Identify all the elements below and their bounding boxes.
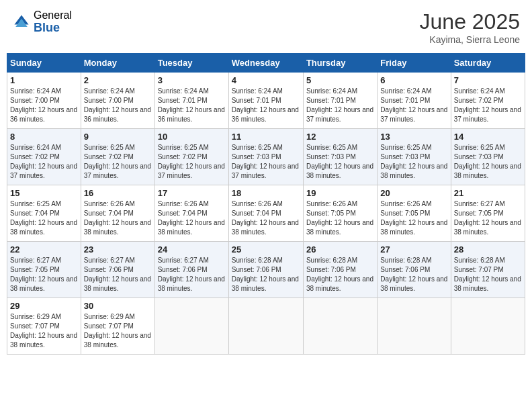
day-number: 27 [380, 244, 447, 255]
day-number: 21 [454, 188, 522, 198]
header-thursday: Thursday [303, 54, 377, 73]
day-number: 11 [232, 132, 300, 142]
header-wednesday: Wednesday [228, 54, 303, 73]
day-number: 3 [158, 75, 226, 85]
day-number: 22 [10, 244, 78, 255]
day-number: 15 [10, 188, 78, 198]
day-info: Sunrise: 6:24 AM Sunset: 7:00 PM Dayligh… [10, 87, 78, 124]
header-monday: Monday [81, 54, 154, 73]
page-header: General Blue June 2025 Kayima, Sierra Le… [7, 7, 525, 48]
calendar-cell [378, 298, 451, 355]
day-info: Sunrise: 6:24 AM Sunset: 7:02 PM Dayligh… [454, 87, 522, 124]
day-info: Sunrise: 6:29 AM Sunset: 7:07 PM Dayligh… [10, 312, 78, 350]
calendar-week-4: 22 Sunrise: 6:27 AM Sunset: 7:05 PM Dayl… [7, 242, 525, 298]
calendar-cell: 10 Sunrise: 6:25 AM Sunset: 7:02 PM Dayl… [154, 129, 228, 185]
day-number: 1 [10, 75, 78, 85]
calendar-cell [303, 298, 377, 355]
day-number: 12 [306, 132, 374, 142]
calendar-cell: 3 Sunrise: 6:24 AM Sunset: 7:01 PM Dayli… [154, 73, 228, 129]
month-title: June 2025 [420, 9, 520, 34]
day-info: Sunrise: 6:25 AM Sunset: 7:02 PM Dayligh… [158, 143, 226, 181]
day-number: 25 [232, 244, 300, 255]
calendar-cell: 21 Sunrise: 6:27 AM Sunset: 7:05 PM Dayl… [451, 185, 525, 242]
day-info: Sunrise: 6:28 AM Sunset: 7:06 PM Dayligh… [380, 256, 447, 293]
calendar-cell: 25 Sunrise: 6:28 AM Sunset: 7:06 PM Dayl… [228, 242, 303, 298]
day-number: 29 [10, 301, 78, 311]
calendar-cell [154, 298, 228, 355]
calendar-cell: 16 Sunrise: 6:26 AM Sunset: 7:04 PM Dayl… [81, 185, 154, 242]
day-info: Sunrise: 6:25 AM Sunset: 7:04 PM Dayligh… [10, 199, 78, 237]
day-info: Sunrise: 6:25 AM Sunset: 7:03 PM Dayligh… [380, 143, 447, 181]
day-info: Sunrise: 6:27 AM Sunset: 7:06 PM Dayligh… [84, 256, 152, 293]
day-number: 6 [380, 75, 447, 85]
calendar-cell: 13 Sunrise: 6:25 AM Sunset: 7:03 PM Dayl… [378, 129, 451, 185]
day-info: Sunrise: 6:24 AM Sunset: 7:01 PM Dayligh… [158, 87, 226, 124]
day-info: Sunrise: 6:27 AM Sunset: 7:05 PM Dayligh… [10, 256, 78, 293]
day-info: Sunrise: 6:24 AM Sunset: 7:02 PM Dayligh… [10, 143, 78, 181]
day-info: Sunrise: 6:27 AM Sunset: 7:05 PM Dayligh… [454, 199, 522, 237]
day-number: 4 [232, 75, 300, 85]
calendar-cell: 20 Sunrise: 6:26 AM Sunset: 7:05 PM Dayl… [378, 185, 451, 242]
calendar-cell: 7 Sunrise: 6:24 AM Sunset: 7:02 PM Dayli… [451, 73, 525, 129]
day-info: Sunrise: 6:25 AM Sunset: 7:03 PM Dayligh… [454, 143, 522, 181]
day-info: Sunrise: 6:24 AM Sunset: 7:01 PM Dayligh… [232, 87, 300, 124]
day-info: Sunrise: 6:25 AM Sunset: 7:02 PM Dayligh… [84, 143, 152, 181]
calendar-cell: 8 Sunrise: 6:24 AM Sunset: 7:02 PM Dayli… [7, 129, 81, 185]
day-info: Sunrise: 6:26 AM Sunset: 7:04 PM Dayligh… [84, 199, 152, 237]
day-info: Sunrise: 6:25 AM Sunset: 7:03 PM Dayligh… [306, 143, 374, 181]
day-info: Sunrise: 6:28 AM Sunset: 7:06 PM Dayligh… [306, 256, 374, 293]
calendar-cell: 22 Sunrise: 6:27 AM Sunset: 7:05 PM Dayl… [7, 242, 81, 298]
calendar-cell: 19 Sunrise: 6:26 AM Sunset: 7:05 PM Dayl… [303, 185, 377, 242]
day-info: Sunrise: 6:26 AM Sunset: 7:05 PM Dayligh… [380, 199, 447, 237]
day-number: 19 [306, 188, 374, 198]
day-number: 30 [84, 301, 152, 311]
day-info: Sunrise: 6:28 AM Sunset: 7:07 PM Dayligh… [454, 256, 522, 293]
calendar-cell: 11 Sunrise: 6:25 AM Sunset: 7:03 PM Dayl… [228, 129, 303, 185]
calendar-cell: 15 Sunrise: 6:25 AM Sunset: 7:04 PM Dayl… [7, 185, 81, 242]
day-number: 9 [84, 132, 152, 142]
day-number: 2 [84, 75, 152, 85]
day-number: 18 [232, 188, 300, 198]
day-number: 13 [380, 132, 447, 142]
logo-general: General [34, 9, 72, 21]
calendar-cell: 17 Sunrise: 6:26 AM Sunset: 7:04 PM Dayl… [154, 185, 228, 242]
calendar-cell: 4 Sunrise: 6:24 AM Sunset: 7:01 PM Dayli… [228, 73, 303, 129]
calendar-cell: 14 Sunrise: 6:25 AM Sunset: 7:03 PM Dayl… [451, 129, 525, 185]
day-info: Sunrise: 6:25 AM Sunset: 7:03 PM Dayligh… [232, 143, 300, 181]
header-saturday: Saturday [451, 54, 525, 73]
calendar-week-2: 8 Sunrise: 6:24 AM Sunset: 7:02 PM Dayli… [7, 129, 525, 185]
day-number: 8 [10, 132, 78, 142]
calendar-cell: 26 Sunrise: 6:28 AM Sunset: 7:06 PM Dayl… [303, 242, 377, 298]
day-number: 28 [454, 244, 522, 255]
logo: General Blue [12, 9, 72, 34]
calendar-cell: 30 Sunrise: 6:29 AM Sunset: 7:07 PM Dayl… [81, 298, 154, 355]
logo-blue: Blue [34, 21, 72, 35]
day-info: Sunrise: 6:27 AM Sunset: 7:06 PM Dayligh… [158, 256, 226, 293]
calendar-cell: 5 Sunrise: 6:24 AM Sunset: 7:01 PM Dayli… [303, 73, 377, 129]
header-tuesday: Tuesday [154, 54, 228, 73]
day-number: 23 [84, 244, 152, 255]
calendar-cell: 27 Sunrise: 6:28 AM Sunset: 7:06 PM Dayl… [378, 242, 451, 298]
day-info: Sunrise: 6:29 AM Sunset: 7:07 PM Dayligh… [84, 312, 152, 350]
calendar-cell [228, 298, 303, 355]
calendar-cell: 1 Sunrise: 6:24 AM Sunset: 7:00 PM Dayli… [7, 73, 81, 129]
day-number: 17 [158, 188, 226, 198]
day-number: 7 [454, 75, 522, 85]
day-info: Sunrise: 6:26 AM Sunset: 7:04 PM Dayligh… [158, 199, 226, 237]
logo-text: General Blue [34, 9, 72, 34]
day-number: 24 [158, 244, 226, 255]
calendar-week-3: 15 Sunrise: 6:25 AM Sunset: 7:04 PM Dayl… [7, 185, 525, 242]
location-subtitle: Kayima, Sierra Leone [420, 34, 520, 45]
calendar-cell: 9 Sunrise: 6:25 AM Sunset: 7:02 PM Dayli… [81, 129, 154, 185]
calendar-week-5: 29 Sunrise: 6:29 AM Sunset: 7:07 PM Dayl… [7, 298, 525, 355]
day-number: 10 [158, 132, 226, 142]
day-number: 20 [380, 188, 447, 198]
calendar-table: SundayMondayTuesdayWednesdayThursdayFrid… [7, 53, 525, 355]
day-number: 26 [306, 244, 374, 255]
calendar-cell: 28 Sunrise: 6:28 AM Sunset: 7:07 PM Dayl… [451, 242, 525, 298]
day-number: 16 [84, 188, 152, 198]
day-number: 5 [306, 75, 374, 85]
calendar-cell: 6 Sunrise: 6:24 AM Sunset: 7:01 PM Dayli… [378, 73, 451, 129]
calendar-cell: 12 Sunrise: 6:25 AM Sunset: 7:03 PM Dayl… [303, 129, 377, 185]
day-info: Sunrise: 6:26 AM Sunset: 7:05 PM Dayligh… [306, 199, 374, 237]
